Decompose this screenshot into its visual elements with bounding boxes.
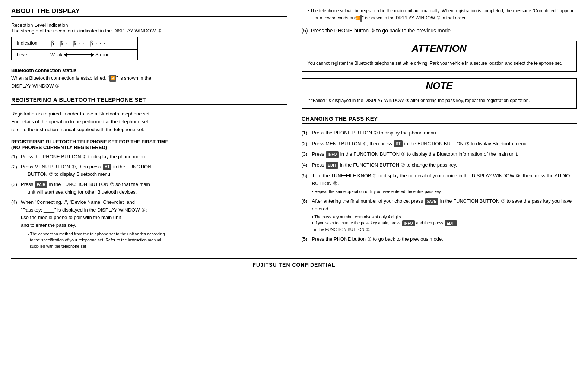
change-step-5b-content: Press the PHONE button ② to go back to t…: [312, 235, 577, 243]
change-step-6-content: After entering the final number of your …: [312, 197, 577, 232]
change-step-5-content: Turn the TUNE•FILE KNOB ④ to display the…: [312, 172, 577, 194]
registering-steps: (1) Press the PHONE BUTTON ② to display …: [11, 153, 287, 250]
right-column: • The telephone set will be registered i…: [302, 7, 577, 251]
step-4-num: (4): [11, 199, 19, 250]
signal-icon-1: 𝛃: [50, 39, 56, 47]
bt-badge-1: BT: [103, 164, 111, 170]
strong-label: Strong: [95, 52, 109, 57]
indication-icons: 𝛃 𝛃· 𝛃·· 𝛃···: [45, 37, 138, 50]
note-header: NOTE: [302, 79, 576, 94]
bluetooth-status-title: Bluetooth connection status: [11, 67, 77, 73]
about-display-title: ABOUT THE DISPLAY: [11, 7, 287, 17]
change-step-4-content: Press EDIT in the FUNCTION BUTTON ⑦ to c…: [312, 161, 577, 169]
pair-badge: PAIR: [35, 181, 47, 188]
step-3: (3) Press PAIR in the FUNCTION BUTTON ⑦ …: [11, 181, 287, 196]
step-1: (1) Press the PHONE BUTTON ② to display …: [11, 153, 287, 161]
change-step-5-num: (5): [302, 172, 311, 194]
reg-subtitle: REGISTERING BLUETOOTH TELEPHONE SET FOR …: [11, 139, 287, 150]
changing-section: CHANGING THE PASS KEY (1) Press the PHON…: [302, 115, 577, 243]
step-2-content: Press MENU BUTTON ⑥, then press BT in th…: [21, 163, 287, 179]
edit-badge-1: EDIT: [326, 162, 338, 169]
attention-body: You cannot register the Bluetooth teleph…: [302, 56, 576, 71]
level-value: Weak Strong: [45, 50, 138, 60]
change-step-2-content: Press MENU BUTTON ⑥, then press BT in th…: [312, 140, 577, 148]
note-body: If "Failed" is displayed in the DISPLAY …: [302, 94, 576, 108]
note-box: NOTE If "Failed" is displayed in the DIS…: [302, 78, 577, 109]
info-badge-2: INFO: [402, 220, 415, 226]
step-4-note: • The connection method from the telepho…: [28, 231, 287, 250]
change-step-6-notes: • The pass key number comprises of only …: [312, 214, 577, 233]
step-1-content: Press the PHONE BUTTON ② to display the …: [21, 153, 287, 161]
change-step-5-note: • Repeat the same operation until you ha…: [312, 188, 577, 195]
right-step5: (5) Press the PHONE button ② to go back …: [302, 27, 577, 35]
indication-label: Indication: [12, 37, 45, 50]
bt-badge-2: BT: [394, 140, 403, 147]
registering-section: REGISTERING A BLUETOOTH TELEPHONE SET Re…: [11, 96, 287, 249]
table-row-level: Level Weak Strong: [12, 50, 138, 60]
signal-icon-4: 𝛃···: [89, 39, 108, 47]
left-column: ABOUT THE DISPLAY Reception Level Indica…: [11, 7, 287, 251]
step-4: (4) When "Connecting...", "Device Name: …: [11, 199, 287, 250]
change-step-3-content: Press INFO in the FUNCTION BUTTON ⑦ to d…: [312, 150, 577, 158]
info-badge-1: INFO: [326, 151, 339, 158]
level-label: Level: [12, 50, 45, 60]
step-2: (2) Press MENU BUTTON ⑥, then press BT i…: [11, 163, 287, 179]
change-step-2: (2) Press MENU BUTTON ⑥, then press BT i…: [302, 140, 577, 148]
weak-label: Weak: [50, 52, 63, 57]
attention-header: ATTENTION: [302, 41, 576, 56]
right-top-section: • The telephone set will be registered i…: [302, 7, 577, 22]
change-step-5b: (5) Press the PHONE button ② to go back …: [302, 235, 577, 243]
change-step-6-num: (6): [302, 197, 311, 232]
step-3-content: Press PAIR in the FUNCTION BUTTON ⑦ so t…: [21, 181, 287, 196]
footer: FUJITSU TEN CONFIDENTIAL: [11, 258, 577, 268]
table-row-indication: Indication 𝛃 𝛃· 𝛃·· 𝛃···: [12, 37, 138, 50]
change-step-1: (1) Press the PHONE BUTTON ② to display …: [302, 129, 577, 137]
right-bullet-1: • The telephone set will be registered i…: [308, 7, 577, 22]
attention-box: ATTENTION You cannot register the Blueto…: [302, 41, 577, 72]
bt-inline-icon: 📶: [109, 75, 116, 82]
change-step-1-num: (1): [302, 129, 311, 137]
change-step-4: (4) Press EDIT in the FUNCTION BUTTON ⑦ …: [302, 161, 577, 169]
save-badge: SAVE: [425, 198, 439, 205]
change-step-3: (3) Press INFO in the FUNCTION BUTTON ⑦ …: [302, 150, 577, 158]
level-arrow: [64, 54, 94, 55]
change-step-5: (5) Turn the TUNE•FILE KNOB ④ to display…: [302, 172, 577, 194]
bluetooth-status-text: When a Bluetooth connection is establish…: [11, 75, 151, 89]
reception-label: Reception Level Indication The strength …: [11, 22, 287, 34]
step-2-num: (2): [11, 163, 19, 179]
change-step-3-num: (3): [302, 150, 311, 158]
change-step-6: (6) After entering the final number of y…: [302, 197, 577, 232]
reception-table: Indication 𝛃 𝛃· 𝛃·· 𝛃··· Level Weak: [11, 37, 138, 60]
level-row: Weak Strong: [50, 52, 132, 57]
change-step-4-num: (4): [302, 161, 311, 169]
signal-icons: 𝛃 𝛃· 𝛃·· 𝛃···: [50, 39, 132, 47]
step-1-num: (1): [11, 153, 19, 161]
bt-completed-icon: 📶: [360, 15, 362, 22]
step-3-num: (3): [11, 181, 19, 196]
registering-title: REGISTERING A BLUETOOTH TELEPHONE SET: [11, 96, 287, 105]
change-step-5b-num: (5): [302, 235, 311, 243]
change-step-2-num: (2): [302, 140, 311, 148]
bluetooth-status: Bluetooth connection status When a Bluet…: [11, 67, 287, 90]
edit-badge-2: EDIT: [445, 220, 457, 226]
signal-icon-3: 𝛃··: [72, 39, 86, 47]
signal-icon-2: 𝛃·: [59, 39, 69, 47]
step-4-content: When "Connecting...", "Device Name: Chev…: [21, 199, 287, 250]
changing-steps-list: (1) Press the PHONE BUTTON ② to display …: [302, 129, 577, 243]
reg-intro: Registration is required in order to use…: [11, 110, 287, 133]
change-step-1-content: Press the PHONE BUTTON ② to display the …: [312, 129, 577, 137]
changing-title: CHANGING THE PASS KEY: [302, 115, 577, 124]
